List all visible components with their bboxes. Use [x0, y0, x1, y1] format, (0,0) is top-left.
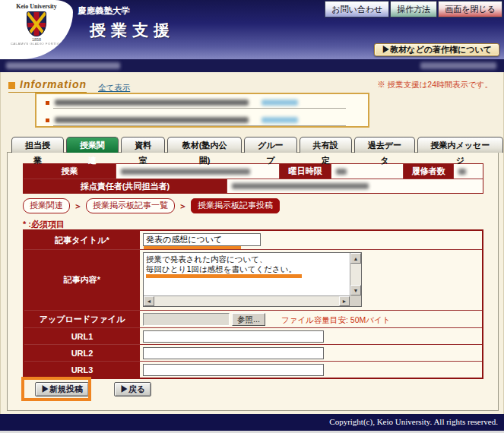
upload-file-input[interactable] — [143, 313, 230, 326]
url1-cell — [140, 328, 482, 344]
url3-row: URL3 — [24, 361, 482, 378]
url1-row: URL1 — [24, 327, 482, 344]
redacted-day-period — [336, 169, 347, 175]
redacted-grader-names — [232, 183, 369, 189]
breadcrumb-board-article-list[interactable]: 授業掲示板記事一覧 — [86, 198, 175, 213]
logo-motto: CALAMVS GLADIO FORTIOR — [4, 42, 69, 46]
upload-row: アップロードファイル 参照... ファイル容量目安: 50Mバイト — [24, 310, 482, 327]
article-title-input[interactable]: 発表の感想について — [143, 233, 261, 246]
annotation-underline-title — [144, 246, 241, 249]
info-item — [41, 96, 363, 112]
tab-class-messages[interactable]: 授業内メッセージ — [417, 137, 503, 153]
divider — [53, 125, 346, 126]
logo-university-name: Keio University — [0, 3, 73, 10]
logo-year: 1858 — [0, 37, 73, 42]
title-row: 記事タイトル* 発表の感想について — [24, 231, 482, 249]
article-content-cell: 授業で発表された内容について、 毎回ひとり1回は感想を書いてください。 ▲ ▼ … — [140, 250, 482, 310]
url2-row: URL2 — [24, 344, 482, 361]
app-title: 授業支援 — [90, 20, 175, 41]
copyright-text: Copyright(c), Keio University. All right… — [329, 417, 498, 426]
course-info-table: 授業 曜日時限 履修者数 採点責任者(共同担当者) — [23, 163, 483, 194]
back-button[interactable]: ▶戻る — [114, 382, 151, 397]
article-post-form: 記事タイトル* 発表の感想について 記事内容* 授業で発表された内容について、 … — [23, 229, 483, 379]
information-heading: Information — [8, 78, 87, 93]
tab-materials-public[interactable]: 教材(塾内公開) — [167, 137, 242, 153]
redacted-info-link[interactable] — [262, 117, 298, 123]
url3-label: URL3 — [24, 362, 140, 378]
materials-copyright-button[interactable]: ▶教材などの著作権について — [374, 43, 499, 56]
horizontal-scrollbar[interactable]: ◄ ► — [144, 296, 350, 306]
upload-file-cell: 参照... ファイル容量目安: 50Mバイト — [140, 311, 482, 327]
information-box — [35, 93, 369, 128]
scroll-right-icon[interactable]: ► — [339, 296, 350, 306]
day-period-value — [331, 164, 404, 179]
header-nav-buttons: お問い合わせ 操作方法 画面を閉じる — [325, 1, 502, 17]
url3-input[interactable] — [143, 364, 324, 376]
url2-input[interactable] — [143, 347, 324, 359]
article-title-cell: 発表の感想について — [140, 231, 482, 249]
url2-cell — [140, 345, 482, 361]
article-title-label: 記事タイトル* — [24, 231, 140, 249]
tab-assigned-classes[interactable]: 担当授業 — [11, 137, 64, 153]
main-panel: 授業 曜日時限 履修者数 採点責任者(共同担当者) 授業関連 ＞ 授業掲示板記事… — [7, 152, 499, 411]
vertical-scrollbar[interactable]: ▲ ▼ — [350, 253, 361, 296]
annotation-underline-content — [146, 274, 302, 278]
tab-library[interactable]: 資料室 — [121, 137, 165, 153]
footer: Copyright(c), Keio University. All right… — [0, 414, 504, 431]
keio-shield-icon — [27, 11, 46, 36]
article-content-label: 記事内容* — [24, 250, 140, 310]
content-line: 毎回ひとり1回は感想を書いてください。 — [146, 264, 348, 274]
scrollbar-corner — [350, 296, 361, 306]
enrolled-label: 履修者数 — [404, 164, 454, 179]
content-line: 授業で発表された内容について、 — [146, 254, 348, 264]
help-button[interactable]: 操作方法 — [390, 1, 437, 17]
header: Keio University 1858 CALAMVS GLADIO FORT… — [0, 0, 504, 59]
bullet-icon — [46, 119, 49, 122]
info-item — [41, 114, 363, 129]
breadcrumb: 授業関連 ＞ 授業掲示板記事一覧 ＞ 授業掲示板記事投稿 — [23, 198, 280, 213]
redacted-info-link[interactable] — [262, 100, 298, 106]
divider — [53, 108, 346, 109]
chevron-right-icon: ＞ — [74, 201, 82, 212]
redacted-user-name — [6, 62, 120, 69]
redacted-course-name — [121, 169, 250, 175]
grader-value — [227, 179, 483, 193]
redacted-info-text — [55, 100, 249, 106]
article-content-textarea[interactable]: 授業で発表された内容について、 毎回ひとり1回は感想を書いてください。 ▲ ▼ … — [143, 252, 362, 307]
file-size-hint: ファイル容量目安: 50Mバイト — [281, 315, 390, 326]
grader-label: 採点責任者(共同担当者) — [24, 179, 227, 193]
keio-university-logo: Keio University 1858 CALAMVS GLADIO FORT… — [0, 0, 73, 59]
required-fields-note: * :必須項目 — [23, 219, 65, 230]
url2-label: URL2 — [24, 345, 140, 361]
user-status-bar — [0, 59, 504, 72]
tab-class-related[interactable]: 授業関連 — [66, 137, 119, 153]
hours-note: ※ 授業支援は24時間表示です。 — [377, 80, 493, 90]
upload-file-label: アップロードファイル — [24, 311, 140, 327]
information-square-icon — [8, 82, 15, 89]
close-screen-button[interactable]: 画面を閉じる — [438, 1, 502, 17]
page-content: Information 全て表示 ※ 授業支援は24時間表示です。 担当授業 授… — [0, 72, 504, 414]
annotation-highlight-submit — [21, 377, 91, 401]
redacted-info-text — [55, 117, 249, 123]
chevron-right-icon: ＞ — [179, 201, 187, 212]
course-info-row: 採点責任者(共同担当者) — [24, 179, 483, 193]
scroll-down-icon[interactable]: ▼ — [350, 285, 361, 296]
browse-button[interactable]: 参照... — [232, 313, 265, 326]
show-all-link[interactable]: 全て表示 — [98, 83, 130, 93]
url3-cell — [140, 362, 482, 378]
tab-bar: 担当授業 授業関連 資料室 教材(塾内公開) グループ 共有設定 過去データ 授… — [11, 137, 503, 153]
breadcrumb-class-related[interactable]: 授業関連 — [23, 198, 70, 213]
scroll-left-icon[interactable]: ◄ — [144, 296, 154, 306]
tab-groups[interactable]: グループ — [244, 137, 297, 153]
content-row: 記事内容* 授業で発表された内容について、 毎回ひとり1回は感想を書いてください… — [24, 249, 482, 310]
tab-shared-settings[interactable]: 共有設定 — [300, 137, 352, 153]
breadcrumb-board-article-post: 授業掲示板記事投稿 — [191, 198, 280, 213]
url1-input[interactable] — [143, 330, 324, 343]
university-name: 慶應義塾大学 — [78, 5, 130, 17]
tab-past-data[interactable]: 過去データ — [354, 137, 415, 153]
redacted-enrolled-count — [458, 169, 466, 175]
scroll-up-icon[interactable]: ▲ — [350, 253, 361, 264]
contact-button[interactable]: お問い合わせ — [325, 1, 389, 17]
bullet-icon — [46, 101, 49, 105]
redacted-datetime — [420, 62, 496, 69]
